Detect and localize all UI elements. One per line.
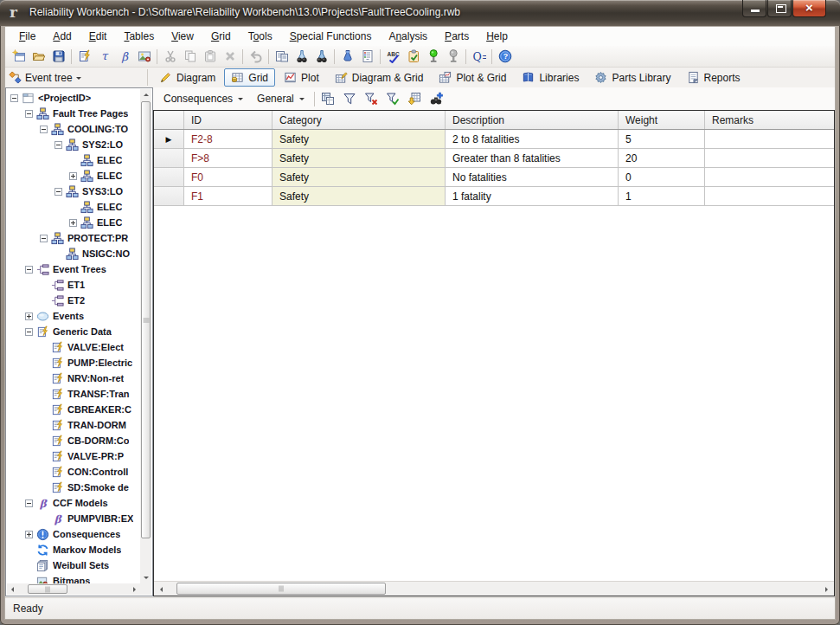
apply-filter-button[interactable] bbox=[382, 89, 404, 108]
find-button[interactable] bbox=[426, 89, 447, 108]
tree-item-ccf-models[interactable]: βCCF Models bbox=[7, 495, 140, 511]
image-button[interactable] bbox=[134, 47, 154, 66]
tab-libraries[interactable]: Libraries bbox=[515, 68, 586, 87]
grid-row-f-8[interactable]: F>8SafetyGreater than 8 fatalities20 bbox=[154, 149, 834, 168]
collapse-icon[interactable] bbox=[25, 266, 33, 274]
tree-item-nrv-non-ret[interactable]: NRV:Non-ret bbox=[7, 370, 140, 386]
close-button[interactable] bbox=[792, 0, 826, 17]
q-equals-button[interactable]: Q= bbox=[469, 47, 489, 66]
menu-tables[interactable]: Tables bbox=[115, 28, 163, 45]
tree-item-markov-models[interactable]: Markov Models bbox=[7, 542, 140, 557]
tree-item-con-controll[interactable]: CON:Controll bbox=[7, 464, 140, 480]
tree-item-elec[interactable]: ELEC bbox=[7, 215, 140, 230]
column-header-description[interactable]: Description bbox=[446, 111, 619, 129]
generic-data-button[interactable] bbox=[74, 47, 94, 66]
traffic-light-green-button[interactable] bbox=[423, 47, 443, 66]
tree-item-transf-tran[interactable]: TRANSF:Tran bbox=[7, 386, 140, 402]
tree-item-consequences[interactable]: Consequences bbox=[7, 526, 140, 542]
tree-item-elec[interactable]: ELEC bbox=[7, 168, 140, 184]
menu-parts[interactable]: Parts bbox=[436, 28, 478, 45]
table-selector-dropdown[interactable]: Consequences bbox=[157, 90, 250, 107]
goto-row-button[interactable] bbox=[404, 89, 426, 108]
scroll-up-button[interactable] bbox=[140, 89, 151, 100]
menu-special-functions[interactable]: Special Functions bbox=[281, 28, 381, 45]
tree-item-pump-electric[interactable]: PUMP:Electric bbox=[7, 355, 140, 370]
tab-reports[interactable]: Reports bbox=[680, 68, 747, 87]
cell-description[interactable]: 1 fatality bbox=[446, 187, 619, 205]
menu-tools[interactable]: Tools bbox=[240, 28, 281, 45]
menu-help[interactable]: Help bbox=[478, 28, 516, 45]
column-header-category[interactable]: Category bbox=[273, 111, 446, 129]
cell-description[interactable]: 2 to 8 fatalities bbox=[446, 130, 619, 148]
tree-item-cbreaker-c[interactable]: CBREAKER:C bbox=[7, 402, 140, 417]
cell-remarks[interactable] bbox=[705, 187, 834, 205]
row-selector[interactable] bbox=[154, 168, 184, 186]
title-bar[interactable]: Reliability Workbench - D:\Software\Reli… bbox=[0, 0, 840, 26]
tree-item-sys2-lo[interactable]: SYS2:LO bbox=[7, 137, 140, 152]
help-button[interactable]: ? bbox=[495, 47, 515, 66]
tree-item-et2[interactable]: ET2 bbox=[7, 293, 140, 308]
tree-item-cb-dorm-co[interactable]: CB-DORM:Co bbox=[7, 433, 140, 448]
tree-item-weibull-sets[interactable]: Weibull Sets bbox=[7, 557, 140, 573]
expand-icon[interactable] bbox=[69, 172, 77, 180]
tab-parts-library[interactable]: Parts Library bbox=[587, 68, 677, 87]
tree-item-bitmaps[interactable]: Bitmaps bbox=[7, 573, 140, 583]
tree-item-valve-elect[interactable]: VALVE:Elect bbox=[7, 339, 140, 355]
view-filter-dropdown[interactable]: General bbox=[250, 90, 311, 107]
tau-button[interactable]: τ bbox=[94, 47, 114, 66]
tree-horizontal-scrollbar[interactable] bbox=[7, 583, 140, 595]
transfer-button[interactable] bbox=[337, 47, 357, 66]
menu-analysis[interactable]: Analysis bbox=[380, 28, 436, 45]
tree-item-event-trees[interactable]: Event Trees bbox=[7, 261, 140, 277]
tree-item-pumpvibr-ex[interactable]: βPUMPVIBR:EX bbox=[7, 511, 140, 526]
scroll-down-button[interactable] bbox=[140, 572, 151, 583]
save-button[interactable] bbox=[48, 47, 68, 66]
menu-grid[interactable]: Grid bbox=[202, 28, 240, 45]
collapse-icon[interactable] bbox=[55, 141, 62, 149]
scroll-right-button[interactable] bbox=[819, 582, 834, 596]
cell-id[interactable]: F1 bbox=[184, 187, 273, 205]
tab-grid[interactable]: Grid bbox=[224, 68, 275, 87]
scroll-right-button[interactable] bbox=[129, 583, 140, 595]
cell-id[interactable]: F>8 bbox=[184, 149, 273, 167]
expand-icon[interactable] bbox=[69, 219, 77, 227]
tree-item-sd-smoke-de[interactable]: SD:Smoke de bbox=[7, 480, 140, 495]
tree-item-cooling-to[interactable]: COOLING:TO bbox=[7, 121, 140, 137]
tree-item-fault-tree-pages[interactable]: Fault Tree Pages bbox=[7, 106, 140, 121]
cell-remarks[interactable] bbox=[705, 130, 834, 148]
menu-file[interactable]: File bbox=[10, 28, 44, 45]
field-chooser-button[interactable] bbox=[317, 89, 339, 108]
tab-plot-grid[interactable]: Plot & Grid bbox=[432, 68, 513, 87]
tree-item-valve-pr-p[interactable]: VALVE-PR:P bbox=[7, 448, 140, 464]
menu-add[interactable]: Add bbox=[44, 28, 80, 45]
cell-id[interactable]: F2-8 bbox=[184, 130, 273, 148]
cell-description[interactable]: No fatalities bbox=[446, 168, 619, 186]
notes-button[interactable] bbox=[357, 47, 377, 66]
row-selector[interactable] bbox=[154, 149, 184, 167]
cell-category[interactable]: Safety bbox=[273, 187, 446, 205]
tree-item-events[interactable]: Events bbox=[7, 308, 140, 324]
tree-item-projectid[interactable]: <ProjectID> bbox=[7, 90, 140, 106]
tree-item-tran-dorm[interactable]: TRAN-DORM bbox=[7, 417, 140, 433]
tree-item-sys3-lo[interactable]: SYS3:LO bbox=[7, 184, 140, 199]
tree-item-et1[interactable]: ET1 bbox=[7, 277, 140, 293]
cell-weight[interactable]: 5 bbox=[619, 130, 705, 148]
collapse-icon[interactable] bbox=[40, 235, 48, 242]
copy-special-button[interactable] bbox=[272, 47, 292, 66]
collapse-icon[interactable] bbox=[10, 94, 18, 102]
view-switcher-dropdown[interactable]: Event tree bbox=[5, 69, 147, 86]
collapse-icon[interactable] bbox=[25, 110, 33, 118]
grid-horizontal-scrollbar[interactable] bbox=[154, 581, 834, 596]
cell-weight[interactable]: 0 bbox=[619, 168, 705, 186]
tree-item-elec[interactable]: ELEC bbox=[7, 199, 140, 215]
expand-icon[interactable] bbox=[25, 312, 33, 320]
tab-diagram-grid[interactable]: Diagram & Grid bbox=[328, 68, 431, 87]
grid-row-f0[interactable]: F0SafetyNo fatalities0 bbox=[154, 168, 834, 187]
column-header-remarks[interactable]: Remarks bbox=[705, 111, 834, 129]
tree-item-generic-data[interactable]: Generic Data bbox=[7, 324, 140, 339]
tree-item-protect-pr[interactable]: PROTECT:PR bbox=[7, 230, 140, 246]
clear-filter-button[interactable] bbox=[361, 89, 382, 108]
menu-edit[interactable]: Edit bbox=[80, 28, 116, 45]
filter-button[interactable] bbox=[339, 89, 361, 108]
verify-button[interactable] bbox=[403, 47, 423, 66]
